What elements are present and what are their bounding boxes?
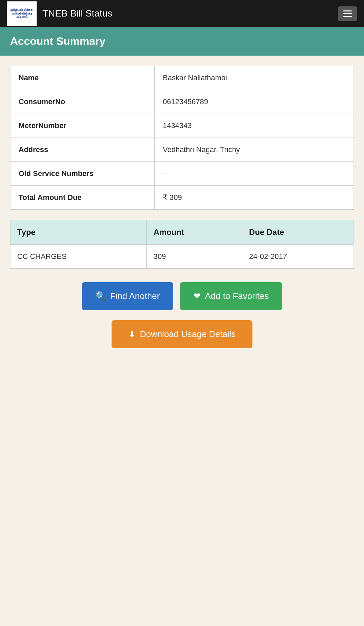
info-label-old-service: Old Service Numbers: [10, 162, 155, 186]
charge-amount: 309: [147, 245, 242, 269]
info-label-total-amount: Total Amount Due: [10, 186, 155, 210]
section-header: Account Summary: [0, 27, 364, 56]
download-usage-button[interactable]: ⬇ Download Usage Details: [112, 320, 253, 348]
action-buttons-row: 🔍 Find Another ❤ Add to Favorites: [10, 282, 354, 310]
find-another-button[interactable]: 🔍 Find Another: [82, 282, 173, 310]
info-value-name: Baskar Nallathambi: [154, 66, 354, 90]
table-row: Total Amount Due ₹ 309: [10, 186, 354, 210]
info-table: Name Baskar Nallathambi ConsumerNo 06123…: [10, 66, 354, 210]
charge-due-date: 24-02-2017: [242, 245, 354, 269]
add-to-favorites-button[interactable]: ❤ Add to Favorites: [180, 282, 282, 310]
app-title: TNEB Bill Status: [42, 8, 112, 19]
app-header: தமிழ்நாடு மின்சார வாரியம் மின்சார கட்டணம…: [0, 0, 364, 27]
find-another-label: Find Another: [110, 291, 160, 301]
charge-type: CC CHARGES: [10, 245, 147, 269]
search-icon: 🔍: [95, 291, 106, 301]
hamburger-line-3: [343, 16, 352, 17]
table-row: Address Vedhathri Nagar, Trichy: [10, 138, 354, 162]
header-left: தமிழ்நாடு மின்சார வாரியம் மின்சார கட்டணம…: [7, 1, 112, 26]
col-header-amount: Amount: [147, 220, 242, 245]
app-logo: தமிழ்நாடு மின்சார வாரியம் மின்சார கட்டணம…: [7, 1, 37, 26]
download-label: Download Usage Details: [140, 329, 236, 339]
heart-icon: ❤: [193, 291, 201, 301]
logo-text: தமிழ்நாடு மின்சார வாரியம் மின்சார கட்டணம…: [9, 8, 35, 19]
info-label-name: Name: [10, 66, 155, 90]
info-label-consumer-no: ConsumerNo: [10, 90, 155, 114]
main-content: Name Baskar Nallathambi ConsumerNo 06123…: [0, 56, 364, 372]
hamburger-line-2: [343, 13, 352, 14]
add-favorites-label: Add to Favorites: [205, 291, 269, 301]
col-header-type: Type: [10, 220, 147, 245]
info-value-meter-number: 1434343: [154, 114, 354, 138]
charges-row: CC CHARGES 309 24-02-2017: [10, 245, 354, 269]
info-value-total-amount: ₹ 309: [154, 186, 354, 210]
download-icon: ⬇: [128, 329, 136, 339]
table-row: Name Baskar Nallathambi: [10, 66, 354, 90]
col-header-due-date: Due Date: [242, 220, 354, 245]
download-row: ⬇ Download Usage Details: [10, 320, 354, 348]
section-title: Account Summary: [10, 35, 354, 48]
info-value-consumer-no: 06123456789: [154, 90, 354, 114]
hamburger-line-1: [343, 10, 352, 11]
info-label-address: Address: [10, 138, 155, 162]
hamburger-button[interactable]: [338, 6, 357, 21]
info-value-address: Vedhathri Nagar, Trichy: [154, 138, 354, 162]
table-row: ConsumerNo 06123456789: [10, 90, 354, 114]
table-row: Old Service Numbers --: [10, 162, 354, 186]
charges-table: Type Amount Due Date CC CHARGES 309 24-0…: [10, 220, 354, 269]
charges-table-header-row: Type Amount Due Date: [10, 220, 354, 245]
info-label-meter-number: MeterNumber: [10, 114, 155, 138]
table-row: MeterNumber 1434343: [10, 114, 354, 138]
info-value-old-service: --: [154, 162, 354, 186]
